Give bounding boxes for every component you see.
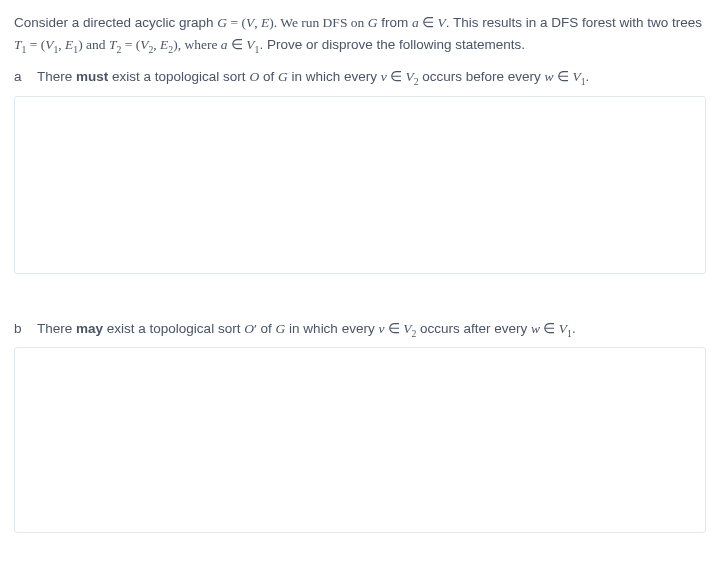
intro-text: ) and — [78, 37, 109, 52]
math-var: V — [437, 15, 445, 30]
text: in which every — [285, 321, 378, 336]
intro-text: Consider a directed acyclic graph — [14, 15, 217, 30]
math-var: w — [531, 321, 540, 336]
text: There — [37, 69, 76, 84]
math-sub: 2 — [116, 44, 121, 55]
math-sub: 1 — [53, 44, 58, 55]
text: exist a topological sort — [108, 69, 249, 84]
part-a-row: a There must exist a topological sort O … — [14, 66, 706, 90]
text: occurs after every — [416, 321, 531, 336]
text: of — [259, 69, 278, 84]
math-var: O — [244, 321, 254, 336]
text: exist a topological sort — [103, 321, 244, 336]
math-var: w — [545, 69, 554, 84]
intro-text: from — [377, 15, 412, 30]
intro-text: ∈ — [228, 37, 247, 52]
text: ∈ — [540, 321, 559, 336]
math-var: a — [412, 15, 419, 30]
math-var: G — [278, 69, 288, 84]
emphasis-may: may — [76, 321, 103, 336]
text: There — [37, 321, 76, 336]
math-var: V — [572, 69, 580, 84]
intro-text: , — [254, 15, 261, 30]
text: ∈ — [554, 69, 573, 84]
intro-text: = ( — [227, 15, 246, 30]
part-b-row: b There may exist a topological sort O′ … — [14, 318, 706, 342]
math-var: O — [249, 69, 259, 84]
math-var: V — [405, 69, 413, 84]
intro-text: ), where — [173, 37, 221, 52]
text: ∈ — [384, 321, 403, 336]
intro-text: ). We run DFS on — [269, 15, 367, 30]
math-sub: 1 — [567, 328, 572, 339]
answer-box-a[interactable] — [14, 96, 706, 274]
math-sub: 2 — [168, 44, 173, 55]
text: . — [585, 69, 589, 84]
problem-intro: Consider a directed acyclic graph G = (V… — [14, 12, 706, 58]
text: in which every — [288, 69, 381, 84]
math-var: G — [368, 15, 378, 30]
text: occurs before every — [419, 69, 545, 84]
intro-text: . Prove or disprove the following statem… — [259, 37, 525, 52]
math-var: V — [246, 15, 254, 30]
math-sub: 1 — [73, 44, 78, 55]
math-var: a — [221, 37, 228, 52]
math-var: E — [261, 15, 269, 30]
intro-text: ∈ — [419, 15, 438, 30]
math-sub: 1 — [255, 44, 260, 55]
math-var: G — [276, 321, 286, 336]
intro-text: . This results in a DFS forest with two … — [446, 15, 702, 30]
text: ∈ — [387, 69, 406, 84]
part-b-text: There may exist a topological sort O′ of… — [37, 318, 706, 342]
intro-text: = ( — [26, 37, 45, 52]
math-sub: 1 — [22, 44, 27, 55]
text: of — [257, 321, 276, 336]
intro-text: = ( — [121, 37, 140, 52]
math-sub: 1 — [581, 76, 586, 87]
part-a-label: a — [14, 66, 24, 88]
math-var: V — [559, 321, 567, 336]
math-sub: 2 — [414, 76, 419, 87]
math-var: G — [217, 15, 227, 30]
part-b-label: b — [14, 318, 24, 340]
math-sub: 2 — [148, 44, 153, 55]
emphasis-must: must — [76, 69, 108, 84]
math-var: T — [14, 37, 22, 52]
part-a-text: There must exist a topological sort O of… — [37, 66, 706, 90]
text: . — [572, 321, 576, 336]
math-var: V — [246, 37, 254, 52]
answer-box-b[interactable] — [14, 347, 706, 533]
math-sub: 2 — [411, 328, 416, 339]
